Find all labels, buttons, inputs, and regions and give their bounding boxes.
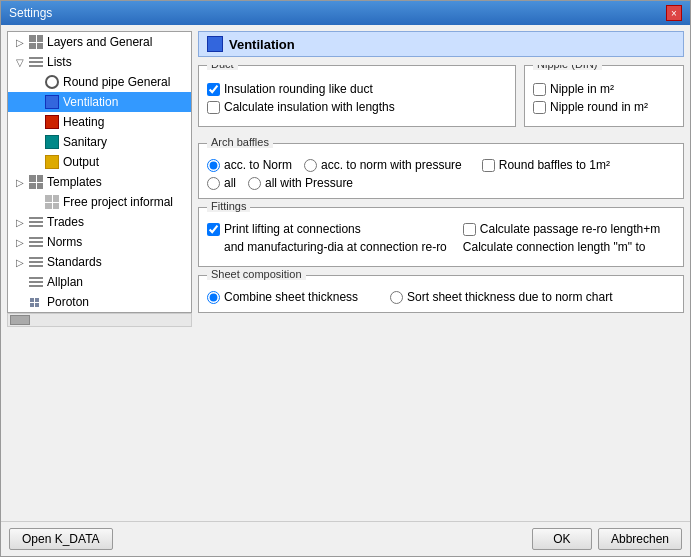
all-pressure-label[interactable]: all with Pressure xyxy=(265,176,353,190)
sanitary-label: Sanitary xyxy=(63,135,107,149)
duct-nipple-row: Duct Insulation rounding like duct Calcu… xyxy=(198,65,684,135)
calculate-insulation-checkbox[interactable] xyxy=(207,101,220,114)
duct-label: Duct xyxy=(207,65,238,70)
sidebar-item-poroton[interactable]: Poroton xyxy=(8,292,191,312)
insulation-rounding-checkbox[interactable] xyxy=(207,83,220,96)
ventilation-label: Ventilation xyxy=(63,95,118,109)
lists-label: Lists xyxy=(47,55,72,69)
ok-cancel-buttons: OK Abbrechen xyxy=(532,528,682,550)
sidebar-item-heating[interactable]: Heating xyxy=(8,112,191,132)
calc-passage-checkbox[interactable] xyxy=(463,223,476,236)
arch-baffles-group: Arch baffles acc. to Norm acc. to norm w… xyxy=(198,143,684,199)
print-lifting-checkbox[interactable] xyxy=(207,223,220,236)
duct-content: Insulation rounding like duct Calculate … xyxy=(199,76,515,126)
acc-norm-pressure-radio[interactable] xyxy=(304,159,317,172)
sidebar-item-norms[interactable]: ▷ Norms xyxy=(8,232,191,252)
left-panel-scrollbar[interactable] xyxy=(7,313,192,327)
insulation-rounding-label[interactable]: Insulation rounding like duct xyxy=(224,82,373,96)
layers-icon xyxy=(28,34,44,50)
right-panel: Ventilation Duct Insulation rounding lik… xyxy=(198,31,684,515)
settings-window: Settings × ▷ Layers and General ▽ xyxy=(0,0,691,557)
sidebar-item-allplan[interactable]: Allplan xyxy=(8,272,191,292)
acc-norm-pressure-label[interactable]: acc. to norm with pressure xyxy=(321,158,462,172)
calculate-insulation-label[interactable]: Calculate insulation with lengths xyxy=(224,100,395,114)
close-button[interactable]: × xyxy=(666,5,682,21)
title-bar: Settings × xyxy=(1,1,690,25)
print-lifting-label[interactable]: Print lifting at connections xyxy=(224,222,361,236)
toggle-lists[interactable]: ▽ xyxy=(12,57,28,68)
fittings-content: Print lifting at connections and manufac… xyxy=(199,218,683,266)
layers-label: Layers and General xyxy=(47,35,152,49)
calc-connection-label: Calculate connection length "m" to xyxy=(463,240,646,254)
ventilation-header-icon xyxy=(207,36,223,52)
sidebar-item-trades[interactable]: ▷ Trades xyxy=(8,212,191,232)
acc-norm-label[interactable]: acc. to Norm xyxy=(224,158,292,172)
cancel-button[interactable]: Abbrechen xyxy=(598,528,682,550)
arch-baffles-label: Arch baffles xyxy=(207,136,273,148)
sidebar-item-layers-general[interactable]: ▷ Layers and General xyxy=(8,32,191,52)
round-baffles-checkbox[interactable] xyxy=(482,159,495,172)
standards-label: Standards xyxy=(47,255,102,269)
sheet-composition-content: Combine sheet thickness Sort sheet thick… xyxy=(199,286,683,312)
toggle-norms[interactable]: ▷ xyxy=(12,237,28,248)
all-label[interactable]: all xyxy=(224,176,236,190)
sidebar-item-free-project[interactable]: Free project informal xyxy=(8,192,191,212)
sidebar-item-sanitary[interactable]: Sanitary xyxy=(8,132,191,152)
calc-passage-label[interactable]: Calculate passage re-ro length+m xyxy=(480,222,660,236)
sidebar-item-round-pipe[interactable]: Round pipe General xyxy=(8,72,191,92)
output-icon xyxy=(44,154,60,170)
print-lifting-row: Print lifting at connections xyxy=(207,222,447,236)
toggle-trades[interactable]: ▷ xyxy=(12,217,28,228)
nipple-round-row: Nipple round in m² xyxy=(533,100,675,114)
acc-norm-radio[interactable] xyxy=(207,159,220,172)
fittings-left: Print lifting at connections and manufac… xyxy=(207,222,447,258)
svg-rect-2 xyxy=(30,303,34,307)
all-row: all xyxy=(207,176,236,190)
sidebar-item-output[interactable]: Output xyxy=(8,152,191,172)
panel-header: Ventilation xyxy=(198,31,684,57)
round-baffles-label[interactable]: Round baffles to 1m² xyxy=(499,158,610,172)
insulation-rounding-row: Insulation rounding like duct xyxy=(207,82,507,96)
nipple-round-checkbox[interactable] xyxy=(533,101,546,114)
sanitary-icon xyxy=(44,134,60,150)
open-k-data-button[interactable]: Open K_DATA xyxy=(9,528,113,550)
nipple-content: Nipple in m² Nipple round in m² xyxy=(525,76,683,126)
svg-rect-0 xyxy=(30,298,34,302)
combine-sheet-radio[interactable] xyxy=(207,291,220,304)
nipple-m2-label[interactable]: Nipple in m² xyxy=(550,82,614,96)
lists-icon xyxy=(28,54,44,70)
bottom-bar: Open K_DATA OK Abbrechen xyxy=(1,521,690,556)
toggle-layers[interactable]: ▷ xyxy=(12,37,28,48)
poroton-icon xyxy=(28,294,44,310)
main-content: ▷ Layers and General ▽ Lists xyxy=(1,25,690,521)
fittings-group: Fittings Print lifting at connections an… xyxy=(198,207,684,267)
svg-rect-3 xyxy=(35,303,39,307)
fittings-right: Calculate passage re-ro length+m Calcula… xyxy=(463,222,660,258)
nipple-group: Nipple (DIN) Nipple in m² Nipple round i… xyxy=(524,65,684,127)
toggle-templates[interactable]: ▷ xyxy=(12,177,28,188)
and-manufacturing-label: and manufacturing-dia at connection re-r… xyxy=(224,240,447,254)
sidebar-item-templates[interactable]: ▷ Templates xyxy=(8,172,191,192)
scroll-thumb[interactable] xyxy=(10,315,30,325)
sidebar-item-ventilation[interactable]: Ventilation xyxy=(8,92,191,112)
toggle-standards[interactable]: ▷ xyxy=(12,257,28,268)
duct-group: Duct Insulation rounding like duct Calcu… xyxy=(198,65,516,127)
sidebar-item-standards[interactable]: ▷ Standards xyxy=(8,252,191,272)
all-pressure-radio[interactable] xyxy=(248,177,261,190)
nipple-m2-checkbox[interactable] xyxy=(533,83,546,96)
all-radio[interactable] xyxy=(207,177,220,190)
combine-sheet-label[interactable]: Combine sheet thickness xyxy=(224,290,358,304)
panel-header-title: Ventilation xyxy=(229,37,295,52)
arch-bottom-row: all all with Pressure xyxy=(207,176,675,190)
sidebar-item-lists[interactable]: ▽ Lists xyxy=(8,52,191,72)
allplan-label: Allplan xyxy=(47,275,83,289)
window-title: Settings xyxy=(9,6,52,20)
nipple-round-label[interactable]: Nipple round in m² xyxy=(550,100,648,114)
sort-sheet-label[interactable]: Sort sheet thickness due to norm chart xyxy=(407,290,612,304)
groups-container: Duct Insulation rounding like duct Calcu… xyxy=(198,65,684,515)
trades-icon xyxy=(28,214,44,230)
round-baffles-row: Round baffles to 1m² xyxy=(482,158,610,172)
sort-sheet-radio[interactable] xyxy=(390,291,403,304)
ok-button[interactable]: OK xyxy=(532,528,592,550)
ventilation-icon xyxy=(44,94,60,110)
